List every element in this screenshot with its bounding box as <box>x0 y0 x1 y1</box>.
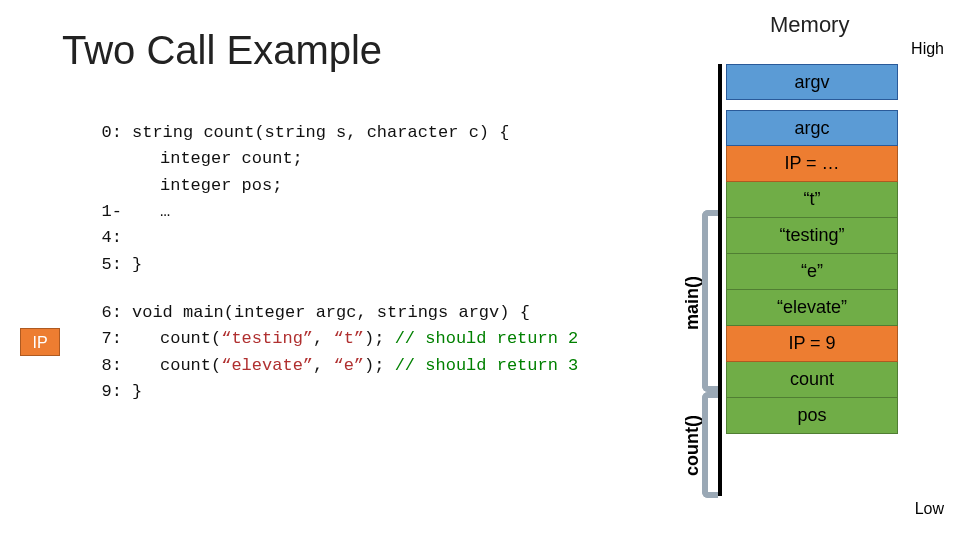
stack-cell-ip-count: IP = 9 <box>726 326 898 362</box>
line-number: 6: <box>84 300 132 326</box>
code-line-9: 9: } <box>84 379 578 405</box>
memory-heading: Memory <box>770 12 849 38</box>
line-number: 9: <box>84 379 132 405</box>
stack-cell-ip-main: IP = … <box>726 146 898 182</box>
frame-label-count: count() <box>682 415 703 476</box>
stack-cell-count: count <box>726 362 898 398</box>
page-title: Two Call Example <box>62 28 382 73</box>
code-line-1-4: 1-4: … <box>84 199 578 252</box>
code-line-7: 7: count(“testing”, “t”); // should retu… <box>84 326 578 352</box>
code-text: count(“testing”, “t”); // should return … <box>132 326 578 352</box>
ip-pointer-badge: IP <box>20 328 60 356</box>
stack-cell-argc: argc <box>726 110 898 146</box>
code-text: … <box>132 199 170 252</box>
frame-label-main: main() <box>682 276 703 330</box>
code-text: integer count; <box>132 146 303 172</box>
code-text: string count(string s, character c) { <box>132 120 509 146</box>
code-text: } <box>132 379 142 405</box>
code-text: void main(integer argc, strings argv) { <box>132 300 530 326</box>
frame-bracket-count <box>702 392 718 498</box>
code-text: } <box>132 252 142 278</box>
stack-cell-elevate: “elevate” <box>726 290 898 326</box>
code-text: integer pos; <box>132 173 282 199</box>
line-number: 1-4: <box>84 199 132 252</box>
stack-cell-argv: argv <box>726 64 898 100</box>
code-line-2: integer pos; <box>84 173 578 199</box>
line-number <box>84 173 132 199</box>
code-line-6: 6: void main(integer argc, strings argv)… <box>84 300 578 326</box>
stack-cell-testing: “testing” <box>726 218 898 254</box>
line-number <box>84 146 132 172</box>
frame-bracket-main <box>702 210 718 392</box>
code-line-1: integer count; <box>84 146 578 172</box>
memory-divider <box>718 64 722 496</box>
memory-high-label: High <box>911 40 944 58</box>
line-number: 8: <box>84 353 132 379</box>
memory-low-label: Low <box>915 500 944 518</box>
memory-stack: argv argc IP = … “t” “testing” “e” “elev… <box>726 64 898 434</box>
line-number: 5: <box>84 252 132 278</box>
code-listing: 0: string count(string s, character c) {… <box>84 120 578 405</box>
code-line-0: 0: string count(string s, character c) { <box>84 120 578 146</box>
stack-cell-t: “t” <box>726 182 898 218</box>
stack-cell-pos: pos <box>726 398 898 434</box>
stack-cell-e: “e” <box>726 254 898 290</box>
code-text: count(“elevate”, “e”); // should return … <box>132 353 578 379</box>
line-number: 0: <box>84 120 132 146</box>
line-number: 7: <box>84 326 132 352</box>
code-line-5: 5: } <box>84 252 578 278</box>
code-line-8: 8: count(“elevate”, “e”); // should retu… <box>84 353 578 379</box>
